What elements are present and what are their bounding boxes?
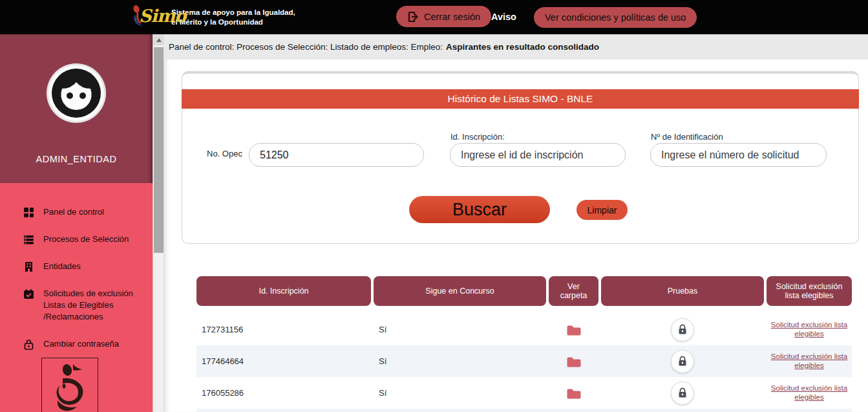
sidebar-profile-section: ADMIN_ENTIDAD [0, 34, 153, 183]
limpiar-button[interactable]: Limpiar [577, 200, 628, 220]
calendar-check-icon [23, 288, 34, 299]
opec-label: No. Opec [207, 149, 242, 158]
scroll-up-button[interactable] [153, 34, 164, 45]
main-content: Panel de control: Procesos de Selección:… [164, 34, 868, 412]
top-bar: Simo Sistema de apoyo para la Igualdad, … [0, 0, 868, 34]
folder-button[interactable] [566, 323, 582, 336]
table-row-partial [196, 409, 852, 412]
identificacion-input[interactable] [650, 143, 827, 167]
breadcrumb-path: Panel de control: Procesos de Selección:… [169, 42, 443, 52]
logout-icon [407, 11, 419, 23]
panel-title: Histórico de Listas SIMO - BNLE [182, 89, 859, 109]
identificacion-label: Nº de Identificación [651, 132, 723, 142]
building-icon [23, 261, 34, 272]
brand-tagline: Sistema de apoyo para la Igualdad, el Mé… [171, 8, 295, 27]
inscripcion-label: Id. Inscripción: [450, 132, 505, 142]
folder-button[interactable] [566, 387, 582, 400]
cell-id: 176055286 [196, 377, 371, 409]
folder-icon [566, 387, 582, 400]
table-row: 177464664 Sí [196, 345, 852, 377]
opec-input[interactable] [249, 143, 424, 167]
sidebar: ADMIN_ENTIDAD Panel de control Procesos … [0, 34, 153, 412]
breadcrumb: Panel de control: Procesos de Selección:… [164, 34, 868, 60]
scrollbar-thumb[interactable] [154, 47, 164, 253]
cell-sigue: Sí [374, 345, 546, 377]
simo-logo-text: Simo [139, 6, 185, 26]
cell-id: 172731156 [196, 314, 371, 345]
vertical-scrollbar[interactable] [153, 34, 164, 412]
table-row: 176055286 Sí [196, 377, 852, 409]
table-row: 172731156 Sí [196, 314, 852, 345]
table-body: 172731156 Sí [196, 314, 852, 412]
folder-icon [566, 323, 582, 336]
lock-icon [677, 387, 688, 398]
pruebas-lock-button[interactable] [671, 350, 694, 373]
simo-brand: Simo Sistema de apoyo para la Igualdad, … [131, 3, 295, 31]
dashboard-icon [23, 207, 34, 218]
cell-sigue: Sí [374, 377, 546, 409]
pruebas-lock-button[interactable] [671, 318, 694, 342]
sidebar-menu: Panel de control Procesos de Selección [0, 183, 153, 365]
pruebas-lock-button[interactable] [671, 382, 694, 405]
sidebar-item-entidades[interactable]: Entidades [23, 261, 153, 272]
list-icon [23, 234, 34, 245]
padlock-icon [23, 339, 34, 350]
header-id-inscripcion: Id. Inscripción [196, 276, 371, 306]
cell-sigue: Sí [374, 314, 546, 345]
search-panel: Histórico de Listas SIMO - BNLE No. Opec… [182, 71, 859, 244]
solicitud-exclusion-link[interactable]: Solicitud exclusión lista elegibles [767, 321, 852, 338]
table-header: Id. Inscripción Sigue en Concurso Ver ca… [196, 276, 852, 306]
sidebar-item-cambiar-contrasena[interactable]: Cambiar contraseña [23, 338, 153, 350]
cell-id: 177464664 [196, 345, 371, 377]
up-arrow-icon [156, 38, 162, 42]
lock-icon [677, 356, 688, 367]
simo-logo-icon: Simo [131, 3, 169, 31]
terms-button[interactable]: Ver condiciones y políticas de uso [534, 7, 697, 28]
lock-icon [677, 324, 688, 335]
sidebar-item-panel-de-control[interactable]: Panel de control [23, 206, 153, 218]
folder-button[interactable] [566, 355, 582, 368]
folder-icon [566, 355, 582, 368]
buscar-button[interactable]: Buscar [409, 196, 550, 223]
username-label: ADMIN_ENTIDAD [0, 154, 153, 164]
cnsc-logo [41, 358, 98, 412]
sidebar-item-procesos-de-seleccion[interactable]: Procesos de Selección [23, 233, 153, 245]
logout-button[interactable]: Cerrar sesión [396, 6, 491, 27]
solicitud-exclusion-link[interactable]: Solicitud exclusión lista elegibles [767, 352, 852, 370]
header-solicitud-exclusion: Solicitud exclusión lista elegibles [767, 276, 852, 306]
header-sigue-en-concurso: Sigue en Concurso [374, 276, 546, 306]
header-ver-carpeta: Ver carpeta [549, 276, 598, 306]
sidebar-item-solicitudes-exclusion[interactable]: Solicitudes de exclusión Listas de Elegi… [23, 288, 153, 323]
header-pruebas: Pruebas [601, 276, 764, 306]
results-table: Id. Inscripción Sigue en Concurso Ver ca… [196, 276, 852, 412]
aviso-link[interactable]: Aviso [491, 12, 516, 22]
breadcrumb-current: Aspirantes en resultado consolidado [446, 42, 599, 52]
inscripcion-input[interactable] [450, 143, 626, 167]
avatar [46, 63, 107, 124]
solicitud-exclusion-link[interactable]: Solicitud exclusión lista elegibles [767, 384, 852, 402]
